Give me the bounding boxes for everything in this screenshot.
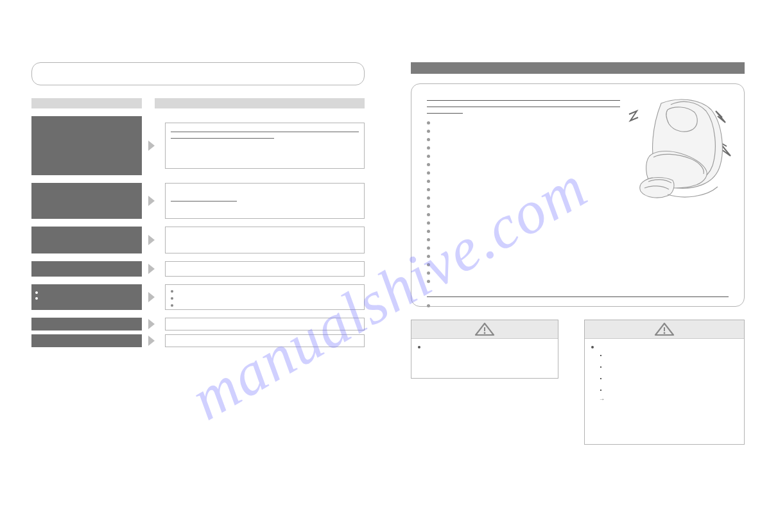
final-rule-line: [427, 292, 729, 297]
table-row: [31, 183, 365, 219]
arrow-icon: [148, 196, 155, 206]
arrow-icon: [148, 336, 155, 346]
table-row: [31, 227, 365, 253]
arrow-item: →: [599, 396, 738, 402]
warning-header: [411, 320, 558, 339]
warning-icon: [474, 322, 496, 337]
svg-point-2: [484, 332, 486, 334]
table-row: [31, 334, 365, 347]
normal-sounds-box: [411, 83, 745, 307]
warning-header: [585, 320, 744, 339]
warning-box-request: [411, 320, 558, 379]
remedy-cell: [165, 123, 365, 169]
table-headers: [31, 98, 365, 108]
symptom-cell: [31, 261, 142, 277]
svg-point-5: [664, 332, 666, 334]
massage-chair-icon: [623, 92, 735, 201]
remedy-cell: [165, 334, 365, 347]
final-list-item: [427, 301, 729, 310]
warning-icon: [653, 322, 675, 337]
symptom-cell: [31, 227, 142, 253]
symptom-cell: [31, 284, 142, 310]
remedy-text-line: [171, 196, 237, 202]
symptom-cell: [31, 334, 142, 347]
remedy-bullet-item: [171, 295, 359, 302]
warning-body: [411, 339, 558, 355]
sub-dot-item: [600, 366, 601, 368]
remedy-cell: [165, 227, 365, 253]
remedy-text-line: [171, 127, 359, 132]
list-item: [427, 244, 729, 252]
remedy-cell: [165, 318, 365, 330]
warning-bullet-item: [591, 344, 738, 348]
troubleshooting-table: [31, 98, 365, 347]
intro-line: [427, 108, 463, 114]
list-item: [427, 219, 729, 227]
warning-body: →: [585, 339, 744, 408]
header-remedy: [155, 98, 365, 108]
arrow-icon: [148, 292, 155, 302]
warning-box-caution: →: [584, 320, 745, 445]
right-page: →: [411, 62, 745, 445]
arrow-icon: [148, 141, 155, 151]
arrow-icon: [148, 235, 155, 245]
list-item: [427, 236, 729, 244]
remedy-cell: [165, 284, 365, 310]
list-item: [427, 252, 729, 261]
intro-line: [427, 96, 620, 101]
list-item: [427, 210, 729, 219]
remedy-text-line: [171, 133, 274, 139]
left-page: [31, 62, 365, 347]
remedy-bullet-item: [171, 287, 359, 295]
list-item: [427, 227, 729, 236]
table-row: [31, 261, 365, 277]
remedy-bullet-item: [171, 302, 359, 309]
section-title-bar: [411, 62, 745, 74]
symptom-cell: [31, 183, 142, 219]
table-row: [31, 116, 365, 175]
table-row: [31, 318, 365, 330]
header-symptom: [31, 98, 142, 108]
arrow-icon: [148, 319, 155, 329]
intro-line: [427, 102, 620, 107]
symptom-bullet-item: [35, 295, 138, 300]
list-item: [427, 269, 729, 277]
symptom-cell: [31, 116, 142, 175]
sub-dot-item: [600, 355, 601, 356]
symptom-bullet-item: [35, 289, 138, 294]
remedy-cell: [165, 183, 365, 219]
symptom-cell: [31, 318, 142, 330]
arrow-icon: [148, 264, 155, 274]
warning-row: →: [411, 320, 745, 445]
warning-bullet-item: [418, 344, 551, 348]
sub-dot-item: [600, 378, 601, 379]
list-item: [427, 202, 729, 210]
list-item: [427, 277, 729, 286]
remedy-cell: [165, 261, 365, 277]
table-row: [31, 284, 365, 310]
list-item: [427, 261, 729, 269]
intro-rounded-box: [31, 62, 365, 85]
sub-dot-item: [600, 390, 601, 391]
